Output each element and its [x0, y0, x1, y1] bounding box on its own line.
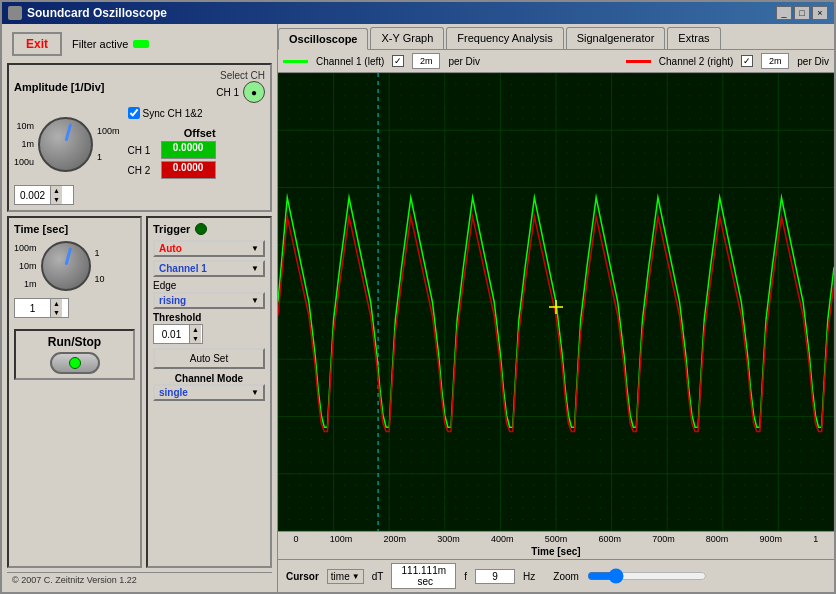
- close-button[interactable]: ×: [812, 6, 828, 20]
- amplitude-spin-box[interactable]: 0.002 ▲ ▼: [14, 185, 74, 205]
- sync-label: Sync CH 1&2: [143, 108, 203, 119]
- zoom-label: Zoom: [553, 571, 579, 582]
- cursor-label: Cursor: [286, 571, 319, 582]
- run-stop-button[interactable]: [50, 352, 100, 374]
- threshold-spin-down[interactable]: ▼: [189, 334, 201, 343]
- edge-dropdown[interactable]: rising ▼: [153, 292, 265, 309]
- time-spin-down[interactable]: ▼: [50, 308, 62, 317]
- amplitude-spin-buttons: ▲ ▼: [50, 186, 62, 204]
- ch2-offset-value[interactable]: 0.0000: [161, 161, 216, 179]
- ch2-offset-row: CH 2 0.0000: [128, 161, 216, 179]
- zoom-slider[interactable]: [587, 569, 707, 583]
- oscilloscope-canvas[interactable]: [278, 73, 834, 531]
- x-label-400m: 400m: [491, 534, 514, 544]
- x-label-700m: 700m: [652, 534, 675, 544]
- channel-mode-value: single: [159, 387, 188, 398]
- tab-xy-graph[interactable]: X-Y Graph: [370, 27, 444, 49]
- run-stop-label: Run/Stop: [48, 335, 101, 349]
- f-label: f: [464, 571, 467, 582]
- sync-checkbox-area[interactable]: Sync CH 1&2: [128, 107, 216, 119]
- offset-title: Offset: [128, 127, 216, 139]
- titlebar-title: Soundcard Oszilloscope: [8, 6, 167, 20]
- minimize-button[interactable]: _: [776, 6, 792, 20]
- ch1-per-div-input[interactable]: 2m: [412, 53, 440, 69]
- x-axis-labels: 0 100m 200m 300m 400m 500m 600m 700m 800…: [278, 531, 834, 546]
- x-label-200m: 200m: [384, 534, 407, 544]
- copyright: © 2007 C. Zeitnitz Version 1.22: [7, 572, 272, 587]
- ch2-per-div-input[interactable]: 2m: [761, 53, 789, 69]
- amplitude-spin-up[interactable]: ▲: [50, 186, 62, 195]
- ch1-checkbox[interactable]: [392, 55, 404, 67]
- top-controls: Exit Filter active: [7, 29, 272, 59]
- time-spinner-area: 1 ▲ ▼: [14, 298, 135, 318]
- tab-oscilloscope[interactable]: Oscilloscope: [278, 28, 368, 50]
- channel-mode-dropdown[interactable]: single ▼: [153, 384, 265, 401]
- time-input[interactable]: 1: [15, 299, 50, 317]
- time-knob-indicator: [64, 247, 72, 265]
- threshold-input[interactable]: 0.01: [154, 325, 189, 343]
- main-content: Exit Filter active Amplitude [1/Div] Sel…: [2, 24, 834, 592]
- threshold-spin-up[interactable]: ▲: [189, 325, 201, 334]
- ch-select-button[interactable]: ●: [243, 81, 265, 103]
- trigger-title: Trigger: [153, 223, 190, 235]
- trigger-mode-label: Auto: [159, 243, 182, 254]
- maximize-button[interactable]: □: [794, 6, 810, 20]
- ch2-checkbox[interactable]: [741, 55, 753, 67]
- exit-button[interactable]: Exit: [12, 32, 62, 56]
- cursor-type-dropdown[interactable]: time ▼: [327, 569, 364, 584]
- tab-extras[interactable]: Extras: [667, 27, 720, 49]
- amplitude-knob[interactable]: [38, 117, 93, 172]
- time-spin-up[interactable]: ▲: [50, 299, 62, 308]
- time-knob[interactable]: [41, 241, 91, 291]
- time-panel: Time [sec] 100m 10m 1m 1 10: [7, 216, 142, 568]
- knob-indicator: [64, 123, 72, 141]
- time-knob-label-10: 10: [95, 274, 105, 284]
- titlebar-buttons: _ □ ×: [776, 6, 828, 20]
- trigger-channel-dropdown[interactable]: Channel 1 ▼: [153, 260, 265, 277]
- threshold-spin-box[interactable]: 0.01 ▲ ▼: [153, 324, 203, 344]
- titlebar: Soundcard Oszilloscope _ □ ×: [2, 2, 834, 24]
- select-ch-area: Select CH CH 1 ●: [216, 70, 265, 103]
- ch2-label: Channel 2 (right): [659, 56, 733, 67]
- channel-mode-arrow: ▼: [251, 388, 259, 397]
- ch1-offset-value[interactable]: 0.0000: [161, 141, 216, 159]
- oscilloscope-display[interactable]: [278, 73, 834, 531]
- channel-mode-label: Channel Mode: [153, 373, 265, 384]
- amplitude-spin-down[interactable]: ▼: [50, 195, 62, 204]
- app-icon: [8, 6, 22, 20]
- trigger-led: [195, 223, 207, 235]
- threshold-spin-buttons: ▲ ▼: [189, 325, 201, 343]
- cursor-f-value: 9: [475, 569, 515, 584]
- amp-knob-label-1m: 1m: [22, 139, 35, 149]
- tabs-bar: Oscilloscope X-Y Graph Frequency Analysi…: [278, 24, 834, 50]
- edge-value: rising: [159, 295, 186, 306]
- offset-section: Offset CH 1 0.0000 CH 2 0.0000: [128, 127, 216, 181]
- tab-signalgenerator[interactable]: Signalgenerator: [566, 27, 666, 49]
- run-stop-section: Run/Stop: [14, 329, 135, 380]
- trigger-header: Trigger: [153, 223, 265, 235]
- amplitude-spinner-area: 0.002 ▲ ▼: [14, 185, 265, 205]
- threshold-label: Threshold: [153, 312, 265, 323]
- cursor-dt-value: 111.111m sec: [391, 563, 456, 589]
- x-axis-title: Time [sec]: [278, 546, 834, 559]
- x-label-100m: 100m: [330, 534, 353, 544]
- time-spin-box[interactable]: 1 ▲ ▼: [14, 298, 69, 318]
- sync-checkbox[interactable]: [128, 107, 140, 119]
- amplitude-input[interactable]: 0.002: [15, 186, 50, 204]
- ch1-line-indicator: [283, 60, 308, 63]
- channel-info-bar: Channel 1 (left) 2m per Div Channel 2 (r…: [278, 50, 834, 73]
- ch1-per-div-unit: per Div: [448, 56, 480, 67]
- time-title: Time [sec]: [14, 223, 135, 235]
- auto-set-button[interactable]: Auto Set: [153, 348, 265, 369]
- ch1-offset-label: CH 1: [128, 145, 156, 156]
- filter-active-indicator: Filter active: [72, 38, 149, 50]
- cursor-bar: Cursor time ▼ dT 111.111m sec f 9 Hz Zoo…: [278, 559, 834, 592]
- trigger-panel: Trigger Auto ▼ Channel 1 ▼ Edge rising: [146, 216, 272, 568]
- amplitude-title: Amplitude [1/Div]: [14, 81, 104, 93]
- time-knob-label-1m: 1m: [24, 279, 37, 289]
- tab-frequency-analysis[interactable]: Frequency Analysis: [446, 27, 563, 49]
- f-unit: Hz: [523, 571, 535, 582]
- trigger-mode-dropdown[interactable]: Auto ▼: [153, 240, 265, 257]
- trigger-mode-arrow: ▼: [251, 244, 259, 253]
- ch-label: CH 1: [216, 87, 239, 98]
